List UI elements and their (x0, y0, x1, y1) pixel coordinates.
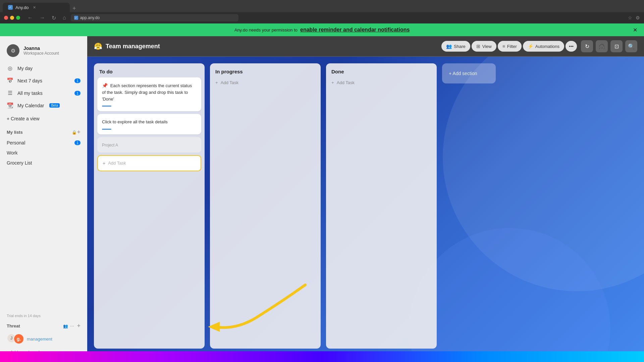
column-done-title: Done (331, 69, 344, 74)
create-view-section: + Create a view (0, 113, 87, 125)
address-bar[interactable]: ✓ app.any.do (71, 14, 238, 21)
filter-label: Filter (507, 44, 517, 49)
add-task-button-highlighted[interactable]: + Add Task (97, 155, 201, 171)
notification-close-button[interactable]: ✕ (633, 27, 637, 33)
bookmark-button[interactable]: ☆ (628, 15, 632, 20)
personal-badge: 1 (74, 140, 80, 145)
task-card[interactable]: 📌 Each section represents the current st… (97, 77, 201, 111)
more-icon: ••• (569, 44, 574, 49)
column-in-progress-header: In progress (210, 63, 321, 77)
view-button[interactable]: ⊞ View (472, 41, 496, 52)
user-info: Joanna Workspace Account (23, 46, 59, 56)
sidebar-item-label: My day (17, 66, 33, 71)
list-item-grocery[interactable]: Grocery List (0, 158, 87, 168)
avatar-stack: J g. (7, 334, 24, 344)
refresh-button[interactable]: ↻ (50, 14, 58, 22)
workspace-add-button[interactable]: + (77, 322, 80, 329)
board-right-actions: ↻ 🎧 ⊡ 🔍 (581, 40, 637, 52)
tab-close-button[interactable]: ✕ (33, 5, 36, 10)
back-button[interactable]: ← (25, 14, 35, 21)
people-icon: 👥 (63, 324, 68, 328)
active-tab[interactable]: ✓ Any.do ✕ (3, 3, 70, 12)
workspace-link[interactable]: management (27, 337, 52, 342)
task-card-progress-bar (102, 129, 111, 130)
workspace-title: Threat (7, 323, 60, 328)
beta-badge: Beta (49, 103, 60, 108)
next-7-days-icon: 📅 (7, 77, 13, 84)
project-a-card[interactable]: Project A (97, 137, 201, 153)
pin-emoji: 📌 (102, 83, 108, 88)
minimize-window-button[interactable] (10, 16, 14, 20)
calendar-icon: 📆 (7, 102, 13, 109)
add-section-label: + Add section (449, 71, 477, 76)
address-favicon: ✓ (74, 16, 78, 20)
workspace-header: Threat 👥 ⋯ + (3, 320, 85, 331)
sidebar-item-all-my-tasks[interactable]: ☰ All my tasks 1 (3, 87, 85, 99)
column-in-progress: In progress + Add Task (210, 63, 321, 349)
sidebar-item-label: All my tasks (17, 90, 43, 96)
notification-link[interactable]: enable reminder and calendar notificatio… (300, 27, 410, 33)
create-view-label: + Create a view (7, 116, 40, 121)
trial-text: Trial ends in 14 days (7, 314, 41, 318)
forward-button[interactable]: → (38, 14, 47, 21)
plus-icon: + (215, 80, 218, 85)
add-section-button[interactable]: + Add section (442, 63, 496, 83)
headset-button[interactable]: 🎧 (596, 40, 608, 52)
add-task-label: Add Task (221, 80, 238, 85)
user-name: Joanna (23, 46, 59, 51)
user-settings-icon[interactable]: ⚙ (7, 44, 19, 57)
column-done: Done + Add Task (326, 63, 437, 349)
sidebar-bottom: Trial ends in 14 days Threat 👥 ⋯ + J g. (0, 310, 87, 357)
gear-icon: ⚙ (11, 48, 15, 54)
fullscreen-window-button[interactable] (16, 16, 20, 20)
more-options-button[interactable]: ••• (566, 41, 577, 52)
add-task-button[interactable]: + Add Task (329, 77, 433, 88)
share-button[interactable]: 👥 Share (441, 41, 470, 52)
sidebar-item-label: My Calendar (17, 103, 44, 108)
sidebar-item-my-day[interactable]: ◎ My day (3, 62, 85, 74)
search-board-button[interactable]: 🔍 (625, 40, 637, 52)
lock-icon: 🔒 (72, 130, 77, 135)
refresh-board-button[interactable]: ↻ (581, 40, 593, 52)
sidebar: ⚙ Joanna Workspace Account ◎ My day 📅 Ne… (0, 36, 87, 362)
add-task-label: Add Task (337, 80, 355, 85)
extensions-button[interactable]: ⚙ (636, 15, 640, 20)
filter-button[interactable]: ≡ Filter (498, 41, 522, 52)
sidebar-item-next-7-days[interactable]: 📅 Next 7 days 1 (3, 75, 85, 86)
share-icon: 👥 (446, 44, 452, 49)
automations-button[interactable]: ⚡ Automations (523, 41, 564, 52)
view-label: View (482, 44, 492, 49)
sidebar-item-my-calendar[interactable]: 📆 My Calendar Beta (3, 100, 85, 111)
add-task-placeholder: Add Task (108, 161, 126, 166)
task-card-text: 📌 Each section represents the current st… (102, 82, 197, 102)
filter-icon: ≡ (502, 44, 505, 49)
column-todo-header: To do (94, 63, 205, 77)
column-todo-body: 📌 Each section represents the current st… (94, 77, 205, 349)
board-title: Team management (106, 43, 160, 50)
column-in-progress-title: In progress (215, 69, 243, 74)
sidebar-user-profile[interactable]: ⚙ Joanna Workspace Account (0, 42, 87, 62)
main-content: 😤 Team management 👥 Share ⊞ View ≡ Filte… (87, 36, 644, 362)
close-window-button[interactable] (4, 16, 8, 20)
list-item-label: Personal (7, 140, 25, 145)
list-item-label: Work (7, 150, 17, 156)
view-icon: ⊞ (476, 44, 480, 49)
focus-mode-button[interactable]: ⊡ (610, 40, 623, 52)
my-lists-section-header: My lists 🔒 + (0, 125, 87, 138)
list-item-work[interactable]: Work (0, 148, 87, 158)
column-done-header: Done (326, 63, 437, 77)
user-account-label: Workspace Account (23, 51, 59, 56)
my-lists-items: Personal 1 Work Grocery List (0, 138, 87, 168)
new-tab-button[interactable]: + (71, 5, 77, 12)
next-7-days-badge: 1 (74, 78, 80, 83)
automations-label: Automations (535, 44, 559, 49)
task-card-progress-bar (102, 106, 111, 107)
add-task-button[interactable]: + Add Task (213, 77, 317, 88)
sidebar-item-label: Next 7 days (17, 78, 42, 83)
add-list-button[interactable]: + (77, 129, 80, 136)
create-view-button[interactable]: + Create a view (3, 113, 85, 124)
list-item-personal[interactable]: Personal 1 (0, 138, 87, 148)
browser-controls: ← → ↻ ⌂ ✓ app.any.do ☆ ⚙ (0, 12, 644, 23)
home-button[interactable]: ⌂ (61, 14, 68, 21)
task-card[interactable]: Click to explore all the task details (97, 114, 201, 134)
